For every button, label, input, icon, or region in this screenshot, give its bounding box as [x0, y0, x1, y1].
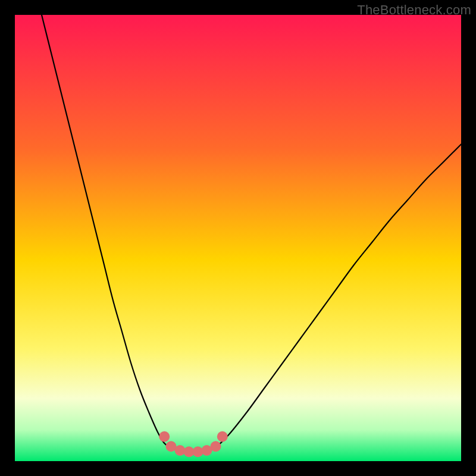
valley-marker [211, 441, 221, 452]
gradient-background [15, 15, 461, 461]
plot-area [15, 15, 461, 461]
watermark-label: TheBottleneck.com [357, 2, 471, 18]
valley-marker [159, 431, 170, 442]
valley-marker [217, 431, 228, 442]
chart-svg [15, 15, 461, 461]
chart-frame: TheBottleneck.com [0, 0, 476, 476]
